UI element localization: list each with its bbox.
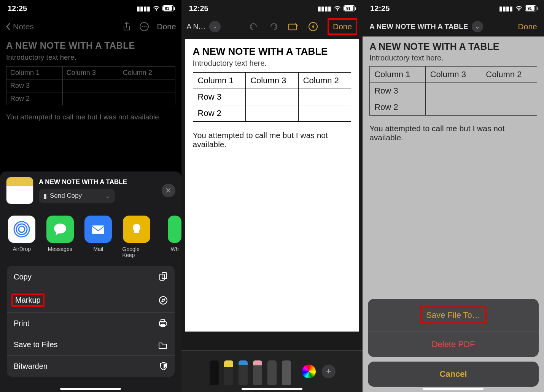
app-mail[interactable]: Mail bbox=[84, 216, 113, 258]
folder-icon bbox=[158, 341, 168, 349]
screen-markup: 12:25 ▮▮▮▮ 91 A N… ⌄ bbox=[181, 0, 363, 392]
status-time: 12:25 bbox=[189, 4, 208, 13]
send-copy-button[interactable]: ▮ Send Copy ⌄ bbox=[39, 189, 115, 203]
tool-eraser[interactable] bbox=[252, 358, 263, 385]
back-label: Notes bbox=[13, 22, 34, 31]
table-row: Row 2 bbox=[6, 92, 175, 105]
battery-icon: 91 bbox=[525, 5, 536, 11]
redo-icon[interactable] bbox=[268, 21, 279, 32]
chevron-down-icon[interactable]: ⌄ bbox=[472, 21, 483, 32]
svg-point-3 bbox=[146, 26, 147, 27]
tool-pen[interactable] bbox=[208, 358, 220, 385]
signal-icon: ▮▮▮▮ bbox=[137, 5, 150, 12]
print-icon bbox=[158, 319, 168, 328]
note-table: Column 1 Column 3 Column 2 Row 3 Row 2 bbox=[6, 66, 175, 105]
tool-pencil[interactable] bbox=[237, 358, 249, 385]
chevron-updown-icon: ⌄ bbox=[105, 192, 110, 200]
note-title: A NEW NOTE WITH A TABLE bbox=[6, 40, 175, 51]
undo-icon[interactable] bbox=[248, 21, 259, 32]
table-row: Row 3 bbox=[6, 79, 175, 92]
action-savefiles[interactable]: Save to Files bbox=[7, 334, 175, 355]
status-bar: 12:25 ▮▮▮▮ 91 bbox=[0, 0, 181, 17]
home-indicator[interactable] bbox=[423, 388, 484, 390]
markup-icon bbox=[159, 296, 168, 305]
battery-icon: 91 bbox=[344, 5, 355, 11]
note-table: Column 1 Column 3 Column 2 Row 3 Row 2 bbox=[369, 66, 537, 116]
app-airdrop[interactable]: AirDrop bbox=[8, 216, 36, 258]
markup-toolbar: + bbox=[181, 350, 363, 392]
nav-bar: Notes Done bbox=[0, 17, 181, 37]
note-intro: Introductory text here. bbox=[6, 53, 175, 62]
tool-ruler[interactable] bbox=[281, 358, 292, 385]
tool-highlighter[interactable] bbox=[223, 358, 234, 385]
status-time: 12:25 bbox=[370, 4, 390, 13]
svg-rect-8 bbox=[92, 225, 104, 234]
back-button[interactable]: Notes bbox=[5, 22, 34, 31]
svg-point-5 bbox=[16, 224, 27, 235]
home-indicator[interactable] bbox=[242, 388, 302, 390]
action-print[interactable]: Print bbox=[7, 313, 175, 334]
more-icon[interactable] bbox=[139, 22, 149, 32]
cancel-button[interactable]: Cancel bbox=[368, 362, 539, 387]
note-content-dimmed: A NEW NOTE WITH A TABLE Introductory tex… bbox=[0, 37, 181, 125]
save-file-to-button[interactable]: Save File To… bbox=[368, 299, 539, 332]
battery-icon: 91 bbox=[162, 5, 174, 11]
signal-icon: ▮▮▮▮ bbox=[499, 5, 513, 12]
add-shape-icon[interactable] bbox=[288, 21, 299, 32]
table-row: Column 1 Column 3 Column 2 bbox=[6, 67, 175, 79]
note-table: Column 1 Column 3 Column 2 Row 3 Row 2 bbox=[193, 72, 352, 122]
screen-save-pdf: 12:25 ▮▮▮▮ 91 A NEW NOTE WITH A TABLE ⌄ … bbox=[363, 0, 544, 392]
status-time: 12:25 bbox=[8, 4, 27, 13]
wifi-icon bbox=[334, 5, 341, 11]
shield-icon bbox=[159, 362, 168, 371]
action-markup[interactable]: Markup bbox=[7, 288, 175, 313]
done-highlighted[interactable]: Done bbox=[328, 18, 357, 35]
color-picker-icon[interactable] bbox=[302, 365, 316, 378]
status-bar: 12:25 ▮▮▮▮ 91 bbox=[363, 0, 544, 17]
add-button[interactable]: + bbox=[322, 365, 336, 378]
share-sheet: A NEW NOTE WITH A TABLE ▮ Send Copy ⌄ ✕ … bbox=[0, 171, 181, 392]
wifi-icon bbox=[515, 5, 523, 11]
table-row: Column 1 Column 3 Column 2 bbox=[193, 73, 351, 89]
table-row: Row 2 bbox=[193, 105, 351, 122]
svg-rect-15 bbox=[289, 24, 297, 30]
table-row: Row 3 bbox=[370, 83, 537, 99]
svg-point-11 bbox=[159, 297, 167, 304]
table-row: Row 3 bbox=[193, 89, 351, 105]
note-intro: Introductory text here. bbox=[193, 59, 352, 68]
status-bar: 12:25 ▮▮▮▮ 91 bbox=[181, 0, 363, 17]
markup-canvas[interactable]: A NEW NOTE WITH A TABLE Introductory tex… bbox=[185, 39, 359, 332]
svg-point-2 bbox=[144, 26, 145, 27]
document-icon: ▮ bbox=[43, 192, 47, 200]
share-icon[interactable] bbox=[122, 22, 132, 32]
chevron-down-icon[interactable]: ⌄ bbox=[209, 21, 221, 32]
action-bitwarden[interactable]: Bitwarden bbox=[7, 355, 175, 377]
nav-title[interactable]: A N… ⌄ bbox=[187, 21, 221, 32]
done-button[interactable]: Done bbox=[157, 22, 176, 31]
app-messages[interactable]: Messages bbox=[46, 216, 75, 258]
share-apps-row[interactable]: AirDrop Messages Mail Google Keep bbox=[0, 209, 181, 266]
done-button[interactable]: Done bbox=[518, 22, 537, 31]
nav-title[interactable]: A NEW NOTE WITH A TABLE ⌄ bbox=[369, 21, 483, 32]
note-title: A NEW NOTE WITH A TABLE bbox=[193, 46, 352, 57]
action-copy[interactable]: Copy bbox=[7, 266, 175, 288]
home-indicator[interactable] bbox=[60, 388, 121, 390]
close-icon[interactable]: ✕ bbox=[162, 184, 175, 197]
screen-share-sheet: 12:25 ▮▮▮▮ 91 Notes Done A bbox=[0, 0, 181, 392]
note-title: A NEW NOTE WITH A TABLE bbox=[369, 41, 537, 52]
markup-tool-icon[interactable] bbox=[308, 21, 318, 32]
wifi-icon bbox=[153, 5, 160, 11]
action-sheet: Save File To… Delete PDF Cancel bbox=[368, 299, 539, 387]
note-body: You attempted to call me but I was not a… bbox=[193, 131, 352, 149]
nav-bar: A NEW NOTE WITH A TABLE ⌄ Done bbox=[363, 17, 544, 37]
note-body: You attempted to call me but I was not a… bbox=[6, 113, 175, 121]
app-whatsapp[interactable]: Wh bbox=[161, 216, 181, 258]
svg-point-4 bbox=[19, 226, 25, 232]
note-content-dimmed: A NEW NOTE WITH A TABLE Introductory tex… bbox=[363, 37, 544, 147]
signal-icon: ▮▮▮▮ bbox=[318, 5, 331, 12]
delete-pdf-button[interactable]: Delete PDF bbox=[368, 332, 539, 357]
app-googlekeep[interactable]: Google Keep bbox=[122, 216, 151, 258]
svg-rect-13 bbox=[161, 320, 165, 322]
svg-point-7 bbox=[54, 224, 66, 233]
tool-lasso[interactable] bbox=[266, 358, 278, 385]
